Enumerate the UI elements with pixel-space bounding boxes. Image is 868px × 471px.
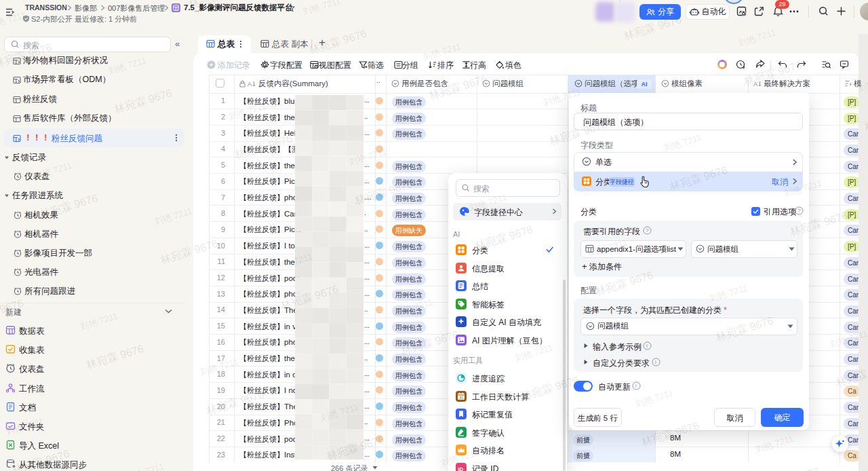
- svg-text:?: ?: [646, 227, 649, 233]
- svg-text:刘艳 7211: 刘艳 7211: [79, 311, 119, 332]
- svg-text:林宛霖 9676: 林宛霖 9676: [307, 27, 368, 56]
- svg-text:A: A: [248, 80, 252, 88]
- svg-text:31: 31: [459, 395, 463, 399]
- svg-text:i: i: [655, 359, 656, 365]
- svg-text:林宛霖 9676: 林宛霖 9676: [84, 343, 145, 371]
- svg-text:ID: ID: [458, 466, 463, 471]
- svg-text:刘艳 7211: 刘艳 7211: [153, 206, 193, 227]
- svg-text:刘艳 7211: 刘艳 7211: [736, 27, 776, 48]
- svg-text:i: i: [646, 343, 648, 349]
- svg-text:刘艳 7211: 刘艳 7211: [107, 55, 147, 76]
- svg-text:A: A: [753, 80, 758, 88]
- svg-text:刘艳 7211: 刘艳 7211: [125, 461, 165, 471]
- svg-text:?: ?: [797, 208, 801, 214]
- svg-text:刘艳 7211: 刘艳 7211: [302, 0, 342, 17]
- svg-text:i: i: [635, 383, 637, 389]
- svg-text:林宛霖 9676: 林宛霖 9676: [113, 87, 174, 115]
